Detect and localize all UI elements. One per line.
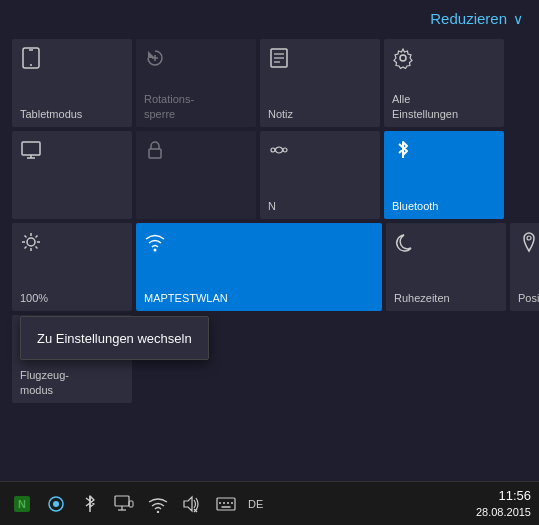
tile-tabletmodus-label: Tabletmodus: [20, 107, 82, 121]
svg-point-14: [283, 148, 287, 152]
svg-point-8: [400, 55, 406, 61]
tile-display[interactable]: [12, 131, 132, 219]
header: Reduzieren ∨: [0, 0, 539, 35]
svg-rect-40: [217, 498, 235, 510]
tile-tabletmodus[interactable]: Tabletmodus: [12, 39, 132, 127]
taskbar: N: [0, 481, 539, 525]
tile-bluetooth[interactable]: Bluetooth: [384, 131, 504, 219]
tile-helligkeit[interactable]: 100%: [12, 223, 132, 311]
sun-icon: [20, 231, 42, 256]
tiles-container: Tabletmodus Rotations-sperre: [0, 35, 539, 481]
display-icon: [20, 139, 42, 164]
wifi-icon: [144, 231, 166, 256]
tile-wlan-label: MAPTESTWLAN: [144, 291, 228, 305]
svg-rect-35: [129, 501, 133, 507]
tile-alle-einstellungen-label: AlleEinstellungen: [392, 92, 458, 121]
taskbar-language-icon[interactable]: DE: [246, 490, 265, 518]
svg-point-25: [154, 249, 157, 252]
taskbar-keyboard-icon[interactable]: [212, 490, 240, 518]
bluetooth-icon: [392, 139, 414, 164]
tile-connect[interactable]: N: [260, 131, 380, 219]
taskbar-display-icon[interactable]: [110, 490, 138, 518]
clock-date: 28.08.2015: [476, 505, 531, 520]
tile-notiz-label: Notiz: [268, 107, 293, 121]
tooltip-text: Zu Einstellungen wechseln: [37, 331, 192, 346]
moon-icon: [394, 231, 416, 256]
tile-notiz[interactable]: Notiz: [260, 39, 380, 127]
tile-alle-einstellungen[interactable]: AlleEinstellungen: [384, 39, 504, 127]
taskbar-bluetooth-icon[interactable]: [76, 490, 104, 518]
taskbar-volume-icon[interactable]: [178, 490, 206, 518]
svg-point-26: [527, 236, 531, 240]
svg-marker-3: [148, 51, 155, 58]
location-icon: [518, 231, 539, 256]
network-agent-icon[interactable]: [42, 490, 70, 518]
svg-rect-32: [115, 496, 129, 506]
svg-marker-37: [184, 497, 192, 511]
tile-ruhezeiten[interactable]: Ruhezeiten: [386, 223, 506, 311]
tile-ruhezeiten-label: Ruhezeiten: [394, 291, 450, 305]
taskbar-wifi-icon[interactable]: [144, 490, 172, 518]
clock-time: 11:56: [476, 487, 531, 505]
tile-rotationssperre[interactable]: Rotations-sperre: [136, 39, 256, 127]
tile-rotationssperre-label: Rotations-sperre: [144, 92, 194, 121]
chevron-down-icon[interactable]: ∨: [513, 11, 523, 27]
svg-rect-12: [149, 149, 161, 158]
norton-icon[interactable]: N: [8, 490, 36, 518]
svg-rect-9: [22, 142, 40, 155]
rotation-icon: [144, 47, 166, 72]
tile-helligkeit-label: 100%: [20, 291, 48, 305]
tile-flugzeugmodus-label: Flugzeug-modus: [20, 368, 69, 397]
lock-icon: [144, 139, 166, 164]
taskbar-right: 11:56 28.08.2015: [476, 487, 531, 521]
tablet-icon: [20, 47, 42, 72]
tile-row-3: 100% MAPTESTWLAN: [12, 223, 527, 311]
svg-point-36: [157, 510, 159, 512]
svg-line-24: [25, 247, 27, 249]
note-icon: [268, 47, 290, 72]
svg-line-22: [36, 247, 38, 249]
svg-point-13: [271, 148, 275, 152]
header-title[interactable]: Reduzieren: [430, 10, 507, 27]
tooltip: Zu Einstellungen wechseln: [20, 316, 209, 360]
svg-line-21: [25, 236, 27, 238]
connect-icon: [268, 139, 290, 164]
tile-wlan[interactable]: MAPTESTWLAN: [136, 223, 382, 311]
svg-text:N: N: [18, 498, 26, 510]
action-center: Reduzieren ∨ Tabletmodus: [0, 0, 539, 525]
tile-row-1: Tabletmodus Rotations-sperre: [12, 39, 527, 127]
gear-icon: [392, 47, 414, 72]
tile-row-2: N Bluetooth Zu Einstellungen wechseln: [12, 131, 527, 219]
tile-position-label: Position: [518, 291, 539, 305]
tile-bluetooth-label: Bluetooth: [392, 199, 438, 213]
tile-connect-label: N: [268, 199, 276, 213]
taskbar-left: N: [8, 490, 265, 518]
clock[interactable]: 11:56 28.08.2015: [476, 487, 531, 521]
tile-position[interactable]: Position: [510, 223, 539, 311]
svg-point-16: [27, 238, 35, 246]
svg-line-23: [36, 236, 38, 238]
svg-point-30: [53, 501, 59, 507]
tile-lock[interactable]: [136, 131, 256, 219]
